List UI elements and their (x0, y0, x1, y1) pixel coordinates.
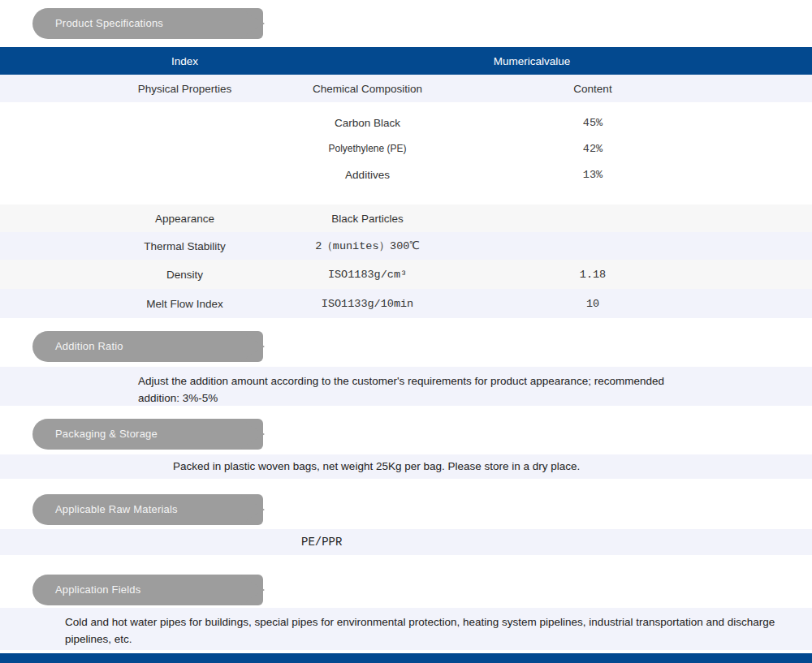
composition-name: Additives (288, 161, 447, 187)
product-specification-page: Product Specifications Index Mumericalva… (0, 0, 812, 663)
section-banner-applicable-raw-materials: Applicable Raw Materials (32, 494, 263, 525)
property-name: Thermal Stability (81, 232, 288, 260)
banner-arrow-shape (240, 331, 265, 362)
property-name: Density (81, 260, 288, 289)
table-row: Thermal Stability 2（munites）300℃ (0, 232, 812, 260)
paragraph-text: Adjust the addition amount according to … (138, 372, 698, 407)
table-subheader-row: Physical Properties Chemical Composition… (0, 75, 812, 102)
table-header-row: Index Mumericalvalue (0, 47, 812, 75)
property-content: 1.18 (447, 260, 739, 289)
table-row: Polyethylene (PE) 42% (0, 136, 812, 161)
property-name: Appearance (81, 204, 288, 232)
property-value: Black Particles (288, 204, 447, 232)
paragraph-text: Packed in plastic woven bags, net weight… (173, 460, 580, 472)
section-title: Applicable Raw Materials (55, 503, 178, 515)
composition-block: Carbon Black 45% Polyethylene (PE) 42% A… (0, 102, 812, 187)
composition-content: 42% (447, 136, 739, 161)
composition-name: Carbon Black (288, 110, 447, 136)
spacer (0, 39, 812, 47)
banner-arrow-shape (240, 575, 265, 605)
footer-bar (0, 653, 812, 663)
content-header: Content (447, 75, 739, 102)
property-content (447, 204, 739, 232)
property-value: 2（munites）300℃ (288, 232, 447, 260)
composition-content: 13% (447, 161, 739, 187)
banner-arrow-shape (240, 419, 265, 450)
composition-name: Polyethylene (PE) (288, 136, 447, 161)
section-title: Addition Ratio (55, 340, 123, 352)
section-banner-packaging-storage: Packaging & Storage (32, 419, 263, 450)
table-row: Carbon Black 45% (0, 110, 812, 136)
table-row: Additives 13% (0, 161, 812, 187)
table-row: Melt Flow Index ISO1133g/10min 10 (0, 289, 812, 318)
property-content (447, 232, 739, 260)
section-title: Product Specifications (55, 17, 163, 29)
section-title: Application Fields (55, 583, 141, 596)
table-row: Appearance Black Particles (0, 204, 812, 232)
index-header-cell: Index (81, 47, 288, 75)
numerical-value-header-cell: Mumericalvalue (325, 47, 739, 75)
section-title: Packaging & Storage (55, 428, 158, 440)
property-name: Melt Flow Index (81, 289, 288, 318)
paragraph-text: Cold and hot water pipes for buildings, … (65, 616, 775, 645)
section-banner-addition-ratio: Addition Ratio (32, 331, 263, 362)
application-fields-text: Cold and hot water pipes for buildings, … (0, 608, 812, 650)
paragraph-text: PE/PPR (301, 536, 342, 549)
banner-arrow-shape (240, 494, 265, 525)
chemical-composition-header: Chemical Composition (288, 75, 447, 102)
composition-content: 45% (447, 110, 739, 136)
section-banner-application-fields: Application Fields (32, 575, 263, 605)
addition-ratio-text: Adjust the addition amount according to … (0, 367, 812, 406)
table-row: Density ISO1183g/cm³ 1.18 (0, 260, 812, 289)
banner-arrow-shape (240, 8, 265, 39)
physical-properties-header: Physical Properties (81, 75, 288, 102)
applicable-raw-materials-text: PE/PPR (0, 529, 812, 555)
property-value: ISO1133g/10min (288, 289, 447, 318)
section-banner-product-specifications: Product Specifications (32, 8, 263, 39)
property-content: 10 (447, 289, 739, 318)
packaging-storage-text: Packed in plastic woven bags, net weight… (0, 454, 812, 479)
property-value: ISO1183g/cm³ (288, 260, 447, 289)
